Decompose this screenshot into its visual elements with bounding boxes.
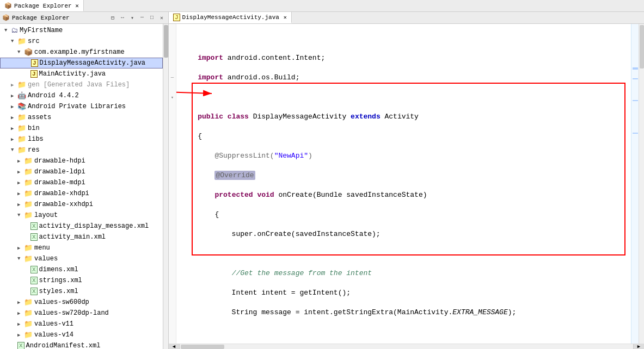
editor-tab-close[interactable]: ✕ xyxy=(284,14,287,21)
tree-item-res[interactable]: ▼ 📁 res xyxy=(0,145,163,155)
tree-item-styles[interactable]: X styles.xml xyxy=(0,286,163,297)
expand-arrow: ▶ xyxy=(17,332,24,338)
tree-item-display-activity[interactable]: J DisplayMessageActivity.java xyxy=(0,58,163,68)
collapse-all-icon[interactable]: ⊟ xyxy=(108,14,117,22)
xml-file-icon: X xyxy=(30,266,38,273)
tree-item-myfirstname[interactable]: ▼ 🗂 MyFirstName xyxy=(0,25,163,36)
java-file-icon: J xyxy=(30,70,38,78)
tree-item-main-activity[interactable]: J MainActivity.java xyxy=(0,68,163,79)
tree-item-libs[interactable]: ▶ 📁 libs xyxy=(0,134,163,145)
tree-item-values-sw720[interactable]: ▶ 📁 values-sw720dp-land xyxy=(0,308,163,319)
panel-header-title: Package Explorer xyxy=(12,15,106,21)
code-scrollbar-h[interactable]: ◀ ▶ xyxy=(169,344,644,349)
tree-label: styles.xml xyxy=(39,288,78,295)
tree-item-drawable-ldpi[interactable]: ▶ 📁 drawable-ldpi xyxy=(0,166,163,177)
tree-item-values-sw600[interactable]: ▶ 📁 values-sw600dp xyxy=(0,297,163,308)
tree-item-values-v14[interactable]: ▶ 📁 values-v14 xyxy=(0,329,163,340)
tree-item-androidmanifest[interactable]: X AndroidManifest.xml xyxy=(0,340,163,349)
code-line: super.onCreate(savedInstanceState); xyxy=(181,229,608,239)
folder-icon: 📁 xyxy=(17,124,26,133)
expand-arrow: ▶ xyxy=(11,104,17,110)
tree-label: Android Private Libraries xyxy=(28,103,126,110)
code-line xyxy=(181,92,608,102)
folder-icon: 📁 xyxy=(17,113,26,122)
scroll-left-btn[interactable]: ◀ xyxy=(169,344,180,349)
tree-item-android442[interactable]: ▶ 🤖 Android 4.4.2 xyxy=(0,90,163,101)
editor-tab-java[interactable]: J DisplayMessageActivity.java ✕ xyxy=(169,12,292,23)
tree-item-private-libs[interactable]: ▶ 📚 Android Private Libraries xyxy=(0,101,163,112)
tree-item-values[interactable]: ▼ 📁 values xyxy=(0,253,163,264)
tree-item-src[interactable]: ▼ 📁 src xyxy=(0,36,163,47)
editor-tab-label: DisplayMessageActivity.java xyxy=(182,14,279,21)
expand-arrow: ▶ xyxy=(11,115,17,121)
expand-arrow: ▶ xyxy=(11,136,17,142)
folder-icon: 📁 xyxy=(17,37,26,46)
editor-tab-bar: J DisplayMessageActivity.java ✕ xyxy=(169,12,644,24)
tree-item-values-v11[interactable]: ▶ 📁 values-v11 xyxy=(0,319,163,329)
folder-icon: 📁 xyxy=(24,200,33,209)
tree-label: dimens.xml xyxy=(39,266,78,273)
close-panel-icon[interactable]: ✕ xyxy=(157,14,166,22)
link-editor-icon[interactable]: ↔ xyxy=(118,14,127,22)
project-icon: 🗂 xyxy=(11,27,18,35)
tree-label: activity_main.xml xyxy=(39,233,106,241)
scroll-right-btn[interactable]: ▶ xyxy=(633,344,644,349)
fold-marker-class[interactable]: ─ xyxy=(169,73,176,83)
tree-label: menu xyxy=(34,244,50,252)
code-lines[interactable]: import android.content.Intent; import an… xyxy=(176,24,612,344)
maximize-panel-icon[interactable]: □ xyxy=(148,14,156,22)
tree-item-package[interactable]: ▼ 📦 com.example.myfirstname xyxy=(0,47,163,58)
java-file-icon: J xyxy=(31,59,38,67)
tree-item-activity-display[interactable]: X activity_display_message.xml xyxy=(0,221,163,232)
expand-arrow: ▶ xyxy=(11,82,17,88)
code-line: import android.content.Intent; xyxy=(181,53,608,63)
tree-item-layout[interactable]: ▼ 📁 layout xyxy=(0,210,163,221)
tree-label: drawable-mdpi xyxy=(34,179,85,186)
tree-item-assets[interactable]: ▶ 📁 assets xyxy=(0,112,163,123)
package-explorer-tab[interactable]: 📦 Package Explorer ✕ xyxy=(0,0,84,11)
fold-marker-method[interactable]: ▾ xyxy=(169,92,176,102)
tree-label: drawable-ldpi xyxy=(34,168,85,176)
minimize-panel-icon[interactable]: ─ xyxy=(138,14,146,22)
expand-arrow: ▼ xyxy=(17,256,24,261)
code-line xyxy=(181,34,608,43)
tree-item-dimens[interactable]: X dimens.xml xyxy=(0,264,163,275)
tree-item-drawable-xxhdpi[interactable]: ▶ 📁 drawable-xxhdpi xyxy=(0,199,163,210)
libs-icon: 📚 xyxy=(17,102,26,111)
tree-item-gen[interactable]: ▶ 📁 gen [Generated Java Files] xyxy=(0,79,163,90)
tree-item-activity-main[interactable]: X activity_main.xml xyxy=(0,232,163,242)
code-line: //Get the message from the intent xyxy=(181,269,608,278)
tree-item-drawable-xhdpi[interactable]: ▶ 📁 drawable-xhdpi xyxy=(0,188,163,199)
ruler-tick xyxy=(633,78,638,79)
tree-label: DisplayMessageActivity.java xyxy=(40,59,145,67)
expand-arrow: ▼ xyxy=(11,39,17,44)
expand-arrow: ▶ xyxy=(17,300,24,306)
tree-scrollbar-thumb xyxy=(164,25,168,58)
code-line: Intent intent = getIntent(); xyxy=(181,288,608,298)
tree-label: values-v11 xyxy=(34,320,73,328)
tree-item-drawable-mdpi[interactable]: ▶ 📁 drawable-mdpi xyxy=(0,177,163,188)
tree-item-bin[interactable]: ▶ 📁 bin xyxy=(0,123,163,134)
tree-item-menu[interactable]: ▶ 📁 menu xyxy=(0,242,163,253)
tree-label: values-sw600dp xyxy=(34,298,89,306)
package-explorer-panel: 📦 Package Explorer ⊟ ↔ ▾ ─ □ ✕ ▼ 🗂 MyFir… xyxy=(0,12,169,349)
tree-label: AndroidManifest.xml xyxy=(26,342,101,349)
ruler-tick xyxy=(633,67,638,70)
code-scrollbar-v[interactable] xyxy=(639,24,644,344)
tree-scrollbar[interactable] xyxy=(163,24,168,349)
tree-label: Android 4.4.2 xyxy=(28,92,79,99)
tree-label: MainActivity.java xyxy=(39,70,106,78)
tree-label: drawable-hdpi xyxy=(34,157,85,165)
package-explorer-tab-label: Package Explorer ✕ xyxy=(14,2,79,9)
code-line: { xyxy=(181,210,608,220)
folder-icon: 📁 xyxy=(17,80,26,89)
panel-menu-icon[interactable]: ▾ xyxy=(128,14,137,22)
tree-item-drawable-hdpi[interactable]: ▶ 📁 drawable-hdpi xyxy=(0,155,163,166)
folder-icon: 📁 xyxy=(24,309,33,317)
fold-gutter: ─ ▾ xyxy=(169,24,176,344)
tree-item-strings[interactable]: X strings.xml xyxy=(0,275,163,286)
expand-arrow: ▶ xyxy=(11,126,17,132)
panel-header-icon: 📦 xyxy=(2,14,10,21)
expand-arrow: ▶ xyxy=(17,169,24,175)
tree-label: activity_display_message.xml xyxy=(39,222,149,230)
